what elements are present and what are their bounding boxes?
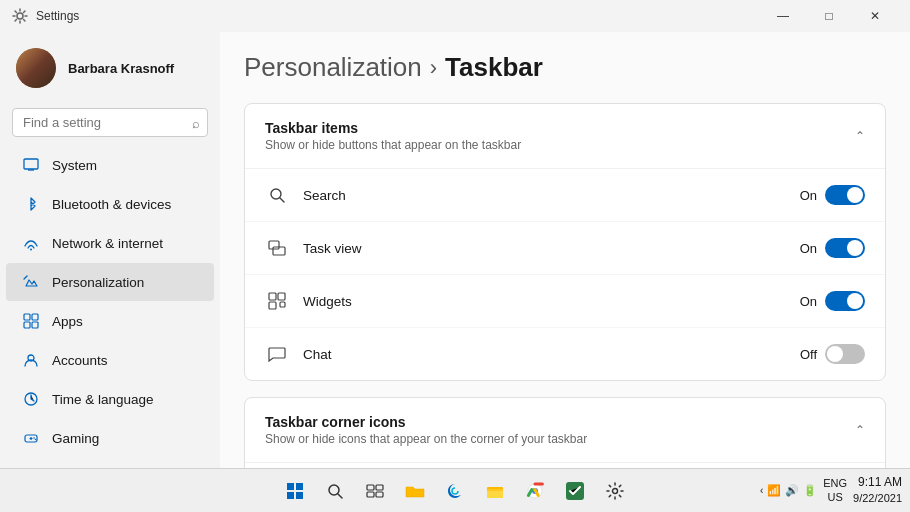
svg-rect-42 <box>376 492 383 497</box>
time-icon <box>22 390 40 408</box>
close-button[interactable]: ✕ <box>852 0 898 32</box>
taskbar: ‹ 📶 🔊 🔋 ENG US 9:11 AM 9/22/2021 <box>0 468 910 512</box>
sidebar-item-bluetooth[interactable]: Bluetooth & devices <box>6 185 214 223</box>
svg-point-0 <box>17 13 23 19</box>
taskbar-taskview-button[interactable] <box>357 473 393 509</box>
svg-rect-7 <box>24 322 30 328</box>
svg-rect-36 <box>296 492 303 499</box>
setting-row-search: Search On <box>245 169 885 222</box>
toggle-thumb <box>847 293 863 309</box>
taskbar-explorer-button[interactable] <box>397 473 433 509</box>
setting-row-widgets: Widgets On <box>245 275 885 328</box>
taskbar-right: ‹ 📶 🔊 🔋 ENG US 9:11 AM 9/22/2021 <box>760 474 902 506</box>
svg-rect-34 <box>296 483 303 490</box>
setting-control-search[interactable]: On <box>800 185 865 205</box>
bluetooth-icon <box>22 195 40 213</box>
breadcrumb: Personalization › Taskbar <box>244 52 886 83</box>
taskbar-files-button[interactable] <box>477 473 513 509</box>
toggle-thumb <box>827 346 843 362</box>
section-header-taskbar-corner-icons[interactable]: Taskbar corner icons Show or hide icons … <box>245 398 885 463</box>
taskbar-edge-icon <box>446 482 464 500</box>
toggle-thumb <box>847 240 863 256</box>
sidebar-item-accounts[interactable]: Accounts <box>6 341 214 379</box>
tray-wifi-icon: 📶 <box>767 484 781 497</box>
breadcrumb-parent[interactable]: Personalization <box>244 52 422 83</box>
tray-chevron[interactable]: ‹ <box>760 485 763 496</box>
svg-point-48 <box>613 488 618 493</box>
taskbar-search-button[interactable] <box>317 473 353 509</box>
gaming-icon <box>22 429 40 447</box>
minimize-button[interactable]: — <box>760 0 806 32</box>
search-box[interactable]: ⌕ <box>12 108 208 137</box>
svg-line-18 <box>280 198 284 202</box>
tray-battery-icon: 🔋 <box>803 484 817 497</box>
section-header-taskbar-items[interactable]: Taskbar items Show or hide buttons that … <box>245 104 885 169</box>
svg-rect-6 <box>32 314 38 320</box>
breadcrumb-current: Taskbar <box>445 52 543 83</box>
sidebar-item-label: Personalization <box>52 275 144 290</box>
setting-control-chat[interactable]: Off <box>800 344 865 364</box>
sidebar-item-label: Network & internet <box>52 236 163 251</box>
window-controls[interactable]: — □ ✕ <box>760 0 898 32</box>
sidebar-item-network[interactable]: Network & internet <box>6 224 214 262</box>
sidebar-item-personalization[interactable]: Personalization <box>6 263 214 301</box>
taskbar-edge-button[interactable] <box>437 473 473 509</box>
chevron-icon: ⌃ <box>855 423 865 437</box>
svg-rect-22 <box>278 293 285 300</box>
maximize-button[interactable]: □ <box>806 0 852 32</box>
sidebar-item-system[interactable]: System <box>6 146 214 184</box>
sidebar-item-label: Time & language <box>52 392 154 407</box>
time-block[interactable]: 9:11 AM 9/22/2021 <box>853 474 902 506</box>
tray-sound-icon: 🔊 <box>785 484 799 497</box>
app-body: Barbara Krasnoff ⌕ System Bluetooth & de… <box>0 32 910 468</box>
sidebar-item-label: Apps <box>52 314 83 329</box>
chevron-icon: ⌃ <box>855 129 865 143</box>
sidebar-item-apps[interactable]: Apps <box>6 302 214 340</box>
svg-rect-24 <box>280 302 285 307</box>
search-input[interactable] <box>12 108 208 137</box>
search-icon <box>265 183 289 207</box>
breadcrumb-separator: › <box>430 55 437 81</box>
personalization-icon <box>22 273 40 291</box>
search-icon: ⌕ <box>192 115 200 130</box>
sidebar-item-accessibility[interactable]: Accessibility <box>6 458 214 468</box>
toggle-thumb <box>847 187 863 203</box>
nav-list: System Bluetooth & devices Network & int… <box>0 145 220 468</box>
taskbar-settings-button[interactable] <box>597 473 633 509</box>
system-tray: ‹ 📶 🔊 🔋 <box>760 484 817 497</box>
sidebar-item-label: Bluetooth & devices <box>52 197 171 212</box>
svg-line-38 <box>338 494 342 498</box>
sidebar-item-time[interactable]: Time & language <box>6 380 214 418</box>
toggle-task-view[interactable] <box>825 238 865 258</box>
sidebar-item-label: Accounts <box>52 353 108 368</box>
svg-point-3 <box>30 249 32 251</box>
section-taskbar-items: Taskbar items Show or hide buttons that … <box>244 103 886 381</box>
avatar-image <box>16 48 56 88</box>
sidebar: Barbara Krasnoff ⌕ System Bluetooth & de… <box>0 32 220 468</box>
apps-icon <box>22 312 40 330</box>
title-bar-left: Settings <box>12 8 79 24</box>
toggle-search[interactable] <box>825 185 865 205</box>
start-button[interactable] <box>277 473 313 509</box>
svg-rect-41 <box>367 492 374 497</box>
avatar <box>16 48 56 88</box>
svg-rect-21 <box>269 293 276 300</box>
user-section: Barbara Krasnoff <box>0 36 220 100</box>
svg-rect-8 <box>32 322 38 328</box>
svg-point-17 <box>271 189 281 199</box>
svg-rect-23 <box>269 302 276 309</box>
clock: 9:11 AM <box>853 474 902 491</box>
sidebar-item-gaming[interactable]: Gaming <box>6 419 214 457</box>
title-bar: Settings — □ ✕ <box>0 0 910 32</box>
svg-rect-1 <box>24 159 38 169</box>
taskbar-chrome-button[interactable] <box>517 473 553 509</box>
taskbar-files-icon <box>485 482 505 500</box>
setting-control-task-view[interactable]: On <box>800 238 865 258</box>
taskbar-xmark-button[interactable] <box>557 473 593 509</box>
toggle-chat[interactable] <box>825 344 865 364</box>
taskbar-search-icon <box>326 482 344 500</box>
toggle-widgets[interactable] <box>825 291 865 311</box>
setting-control-widgets[interactable]: On <box>800 291 865 311</box>
taskbar-taskview-icon <box>366 482 384 500</box>
taskbar-chrome-icon <box>526 482 544 500</box>
